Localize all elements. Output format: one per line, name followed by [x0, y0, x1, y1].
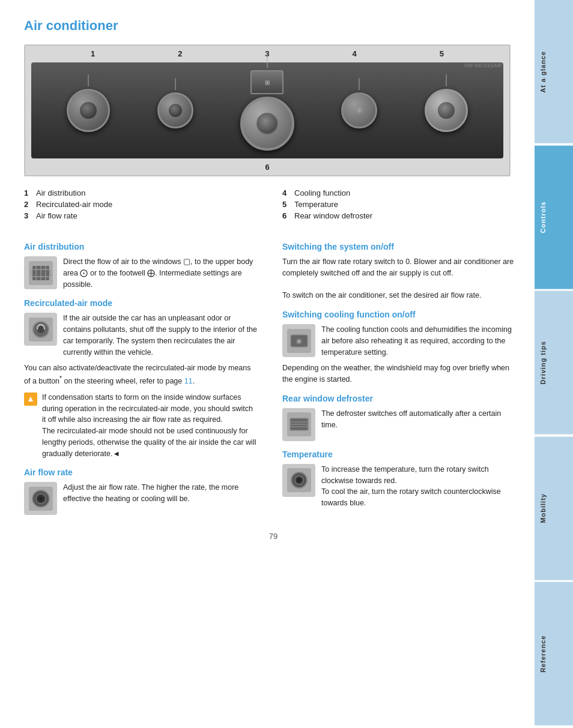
cooling-icon: ✳: [282, 324, 315, 357]
list-item-4: 4 Cooling function: [282, 188, 523, 197]
airflow-icon: [24, 482, 57, 515]
page-title: Air conditioner: [24, 18, 523, 34]
diagram-label-6: 6: [265, 163, 269, 172]
svg-point-8: [37, 326, 44, 333]
page-number: 79: [24, 532, 523, 541]
section-title-switching-system: Switching the system on/off: [282, 242, 517, 251]
recirculated-row: If the air outside the car has an unplea…: [24, 313, 258, 358]
cooling-body: The cooling function cools and dehumidif…: [321, 324, 517, 358]
item-text-4: Cooling function: [294, 188, 350, 197]
diagram-label-1: 1: [91, 49, 95, 58]
numbered-items-list: 1 Air distribution 4 Cooling function 2 …: [24, 188, 523, 220]
defroster-icon: [282, 408, 315, 441]
list-item-5: 5 Temperature: [282, 200, 523, 209]
sidebar-tab-mobility[interactable]: Mobility: [535, 437, 573, 580]
item-text-2: Recirculated-air mode: [36, 200, 112, 209]
item-num-6: 6: [282, 211, 291, 220]
list-item-6: 6 Rear window defroster: [282, 211, 523, 220]
svg-text:✳: ✳: [296, 337, 303, 346]
section-title-switching-cooling: Switching cooling function on/off: [282, 310, 517, 319]
temperature-icon: [282, 464, 315, 497]
recirculated-para2: You can also activate/deactivate the rec…: [24, 362, 258, 387]
item-num-2: 2: [24, 200, 32, 209]
svg-point-24: [297, 478, 301, 482]
sidebar: At a glance Controls Driving tips Mobili…: [535, 0, 573, 728]
diagram-label-2: 2: [178, 49, 182, 58]
section-title-airflow: Air flow rate: [24, 468, 258, 477]
airflow-body: Adjust the air flow rate. The higher the…: [63, 482, 258, 505]
temperature-body: To increase the temperature, turn the ro…: [321, 464, 517, 509]
list-item-1: 1 Air distribution: [24, 188, 264, 197]
warning-row: ▲ If condensation starts to form on the …: [24, 392, 258, 460]
diagram-label-4: 4: [353, 49, 357, 58]
switching-system-body: Turn the air flow rate rotary switch to …: [282, 256, 517, 301]
list-item-3: 3 Air flow rate: [24, 211, 264, 220]
airflow-row: Adjust the air flow rate. The higher the…: [24, 482, 258, 515]
recirculated-body: If the air outside the car has an unplea…: [63, 313, 258, 358]
item-text-3: Air flow rate: [36, 211, 77, 220]
diagram-label-5: 5: [440, 49, 444, 58]
warning-body: If condensation starts to form on the in…: [42, 392, 258, 460]
switching-cooling-row: ✳ The cooling function cools and dehumid…: [282, 324, 517, 358]
list-item-2: 2 Recirculated-air mode: [24, 200, 264, 209]
defroster-body: The defroster switches off automatically…: [321, 408, 517, 431]
svg-point-12: [39, 497, 43, 501]
item-num-1: 1: [24, 188, 32, 197]
air-distribution-icon: [24, 256, 57, 289]
sidebar-tab-reference[interactable]: Reference: [535, 582, 573, 726]
section-title-air-distribution: Air distribution: [24, 242, 258, 251]
item-num-5: 5: [282, 200, 291, 209]
air-distribution-body: Direct the flow of air to the windows ▢,…: [63, 256, 258, 290]
section-title-recirculated: Recirculated-air mode: [24, 298, 258, 308]
warning-icon: ▲: [24, 393, 37, 406]
item-text-6: Rear window defroster: [294, 211, 372, 220]
ac-diagram: 1 2 3 4 5: [24, 44, 511, 176]
sidebar-tab-controls[interactable]: Controls: [535, 146, 573, 289]
diagram-watermark: VW-34C01GMF: [464, 62, 502, 68]
section-title-temperature: Temperature: [282, 450, 517, 459]
temperature-row: To increase the temperature, turn the ro…: [282, 464, 517, 509]
item-num-3: 3: [24, 211, 32, 220]
item-text-5: Temperature: [294, 200, 338, 209]
cooling-body-2: Depending on the weather, the windshield…: [282, 362, 517, 385]
section-title-defroster: Rear window defroster: [282, 394, 517, 403]
air-distribution-row: Direct the flow of air to the windows ▢,…: [24, 256, 258, 290]
sidebar-tab-driving-tips[interactable]: Driving tips: [535, 291, 573, 435]
sidebar-tab-at-a-glance[interactable]: At a glance: [535, 0, 573, 143]
defroster-row: The defroster switches off automatically…: [282, 408, 517, 441]
item-num-4: 4: [282, 188, 291, 197]
item-text-1: Air distribution: [36, 188, 85, 197]
recirculated-icon: [24, 313, 57, 346]
